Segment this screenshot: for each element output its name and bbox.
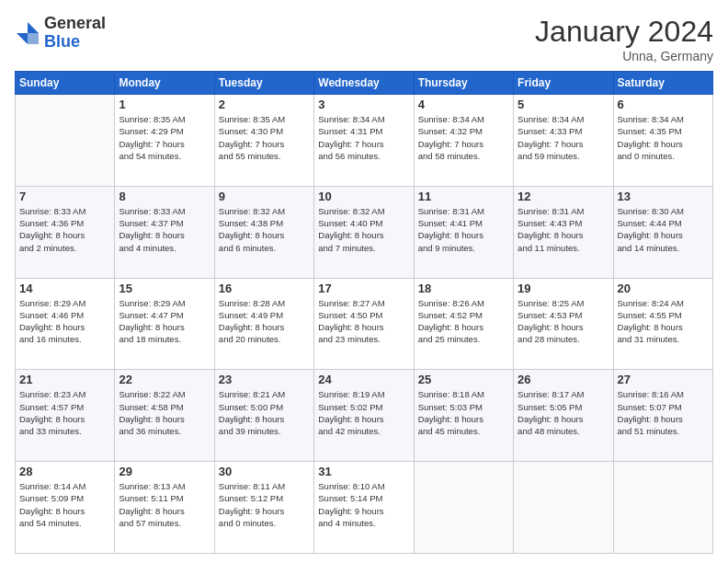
month-title: January 2024 — [535, 15, 713, 49]
day-number: 23 — [219, 373, 310, 386]
day-info: Sunrise: 8:25 AM Sunset: 4:53 PM Dayligh… — [518, 297, 609, 346]
weekday-header-wednesday: Wednesday — [314, 72, 414, 95]
day-info: Sunrise: 8:33 AM Sunset: 4:36 PM Dayligh… — [19, 205, 110, 254]
day-info: Sunrise: 8:32 AM Sunset: 4:38 PM Dayligh… — [219, 205, 310, 254]
day-info: Sunrise: 8:24 AM Sunset: 4:55 PM Dayligh… — [618, 297, 709, 346]
calendar-cell: 22Sunrise: 8:22 AM Sunset: 4:58 PM Dayli… — [115, 370, 214, 462]
day-info: Sunrise: 8:21 AM Sunset: 5:00 PM Dayligh… — [219, 388, 310, 437]
calendar-week-row: 7Sunrise: 8:33 AM Sunset: 4:36 PM Daylig… — [16, 186, 713, 278]
calendar-cell: 25Sunrise: 8:18 AM Sunset: 5:03 PM Dayli… — [414, 370, 513, 462]
day-info: Sunrise: 8:16 AM Sunset: 5:07 PM Dayligh… — [618, 388, 709, 437]
day-number: 25 — [418, 373, 509, 386]
day-info: Sunrise: 8:26 AM Sunset: 4:52 PM Dayligh… — [418, 297, 509, 346]
day-number: 18 — [418, 282, 509, 295]
day-info: Sunrise: 8:22 AM Sunset: 4:58 PM Dayligh… — [119, 388, 210, 437]
weekday-header-sunday: Sunday — [16, 72, 115, 95]
calendar-cell: 6Sunrise: 8:34 AM Sunset: 4:35 PM Daylig… — [613, 95, 712, 187]
day-info: Sunrise: 8:34 AM Sunset: 4:35 PM Dayligh… — [618, 113, 709, 162]
day-info: Sunrise: 8:31 AM Sunset: 4:43 PM Dayligh… — [518, 205, 609, 254]
calendar-week-row: 14Sunrise: 8:29 AM Sunset: 4:46 PM Dayli… — [16, 278, 713, 370]
weekday-header-friday: Friday — [514, 72, 613, 95]
header: General Blue January 2024 Unna, Germany — [15, 15, 713, 63]
calendar-cell: 10Sunrise: 8:32 AM Sunset: 4:40 PM Dayli… — [314, 186, 414, 278]
day-info: Sunrise: 8:29 AM Sunset: 4:46 PM Dayligh… — [19, 297, 110, 346]
calendar-cell: 8Sunrise: 8:33 AM Sunset: 4:37 PM Daylig… — [115, 186, 214, 278]
calendar-cell: 31Sunrise: 8:10 AM Sunset: 5:14 PM Dayli… — [314, 462, 414, 554]
day-number: 14 — [19, 282, 110, 295]
day-info: Sunrise: 8:29 AM Sunset: 4:47 PM Dayligh… — [119, 297, 210, 346]
day-info: Sunrise: 8:14 AM Sunset: 5:09 PM Dayligh… — [19, 480, 110, 529]
day-number: 4 — [418, 98, 509, 111]
day-info: Sunrise: 8:30 AM Sunset: 4:44 PM Dayligh… — [618, 205, 709, 254]
weekday-header-saturday: Saturday — [613, 72, 712, 95]
calendar-cell: 19Sunrise: 8:25 AM Sunset: 4:53 PM Dayli… — [514, 278, 613, 370]
day-info: Sunrise: 8:10 AM Sunset: 5:14 PM Dayligh… — [318, 480, 409, 529]
weekday-header-row: SundayMondayTuesdayWednesdayThursdayFrid… — [16, 72, 713, 95]
day-info: Sunrise: 8:34 AM Sunset: 4:32 PM Dayligh… — [418, 113, 509, 162]
day-number: 26 — [518, 373, 609, 386]
day-info: Sunrise: 8:31 AM Sunset: 4:41 PM Dayligh… — [418, 205, 509, 254]
day-info: Sunrise: 8:33 AM Sunset: 4:37 PM Dayligh… — [119, 205, 210, 254]
day-number: 24 — [318, 373, 409, 386]
calendar-week-row: 21Sunrise: 8:23 AM Sunset: 4:57 PM Dayli… — [16, 370, 713, 462]
calendar-table: SundayMondayTuesdayWednesdayThursdayFrid… — [15, 71, 713, 554]
calendar-cell: 12Sunrise: 8:31 AM Sunset: 4:43 PM Dayli… — [514, 186, 613, 278]
day-info: Sunrise: 8:17 AM Sunset: 5:05 PM Dayligh… — [518, 388, 609, 437]
calendar-cell — [414, 462, 513, 554]
day-number: 2 — [219, 98, 310, 111]
day-number: 21 — [19, 373, 110, 386]
day-info: Sunrise: 8:13 AM Sunset: 5:11 PM Dayligh… — [119, 480, 210, 529]
calendar-cell: 11Sunrise: 8:31 AM Sunset: 4:41 PM Dayli… — [414, 186, 513, 278]
calendar-cell: 1Sunrise: 8:35 AM Sunset: 4:29 PM Daylig… — [115, 95, 214, 187]
day-number: 16 — [219, 282, 310, 295]
calendar-cell: 21Sunrise: 8:23 AM Sunset: 4:57 PM Dayli… — [16, 370, 115, 462]
day-number: 3 — [318, 98, 409, 111]
day-number: 30 — [219, 465, 310, 478]
day-number: 9 — [219, 190, 310, 203]
calendar-cell: 9Sunrise: 8:32 AM Sunset: 4:38 PM Daylig… — [214, 186, 313, 278]
logo-icon — [15, 20, 40, 46]
day-info: Sunrise: 8:23 AM Sunset: 4:57 PM Dayligh… — [19, 388, 110, 437]
day-number: 7 — [19, 190, 110, 203]
day-number: 13 — [618, 190, 709, 203]
day-info: Sunrise: 8:11 AM Sunset: 5:12 PM Dayligh… — [219, 480, 310, 529]
day-number: 27 — [618, 373, 709, 386]
calendar-cell — [514, 462, 613, 554]
weekday-header-tuesday: Tuesday — [214, 72, 313, 95]
day-number: 29 — [119, 465, 210, 478]
calendar-cell — [16, 95, 115, 187]
calendar-week-row: 28Sunrise: 8:14 AM Sunset: 5:09 PM Dayli… — [16, 462, 713, 554]
day-info: Sunrise: 8:35 AM Sunset: 4:30 PM Dayligh… — [219, 113, 310, 162]
calendar-cell: 26Sunrise: 8:17 AM Sunset: 5:05 PM Dayli… — [514, 370, 613, 462]
day-number: 17 — [318, 282, 409, 295]
calendar-cell: 29Sunrise: 8:13 AM Sunset: 5:11 PM Dayli… — [115, 462, 214, 554]
day-number: 20 — [618, 282, 709, 295]
calendar-week-row: 1Sunrise: 8:35 AM Sunset: 4:29 PM Daylig… — [16, 95, 713, 187]
calendar-cell: 4Sunrise: 8:34 AM Sunset: 4:32 PM Daylig… — [414, 95, 513, 187]
calendar-cell: 13Sunrise: 8:30 AM Sunset: 4:44 PM Dayli… — [613, 186, 712, 278]
day-number: 28 — [19, 465, 110, 478]
day-info: Sunrise: 8:35 AM Sunset: 4:29 PM Dayligh… — [119, 113, 210, 162]
svg-marker-2 — [28, 33, 39, 44]
day-number: 5 — [518, 98, 609, 111]
calendar-cell: 16Sunrise: 8:28 AM Sunset: 4:49 PM Dayli… — [214, 278, 313, 370]
day-number: 15 — [119, 282, 210, 295]
day-number: 11 — [418, 190, 509, 203]
calendar-cell: 15Sunrise: 8:29 AM Sunset: 4:47 PM Dayli… — [115, 278, 214, 370]
page: General Blue January 2024 Unna, Germany … — [0, 0, 728, 563]
day-info: Sunrise: 8:34 AM Sunset: 4:31 PM Dayligh… — [318, 113, 409, 162]
logo-text: General Blue — [44, 15, 106, 52]
calendar-cell: 27Sunrise: 8:16 AM Sunset: 5:07 PM Dayli… — [613, 370, 712, 462]
calendar-cell: 30Sunrise: 8:11 AM Sunset: 5:12 PM Dayli… — [214, 462, 313, 554]
calendar-cell: 24Sunrise: 8:19 AM Sunset: 5:02 PM Dayli… — [314, 370, 414, 462]
day-info: Sunrise: 8:18 AM Sunset: 5:03 PM Dayligh… — [418, 388, 509, 437]
calendar-cell: 5Sunrise: 8:34 AM Sunset: 4:33 PM Daylig… — [514, 95, 613, 187]
day-number: 8 — [119, 190, 210, 203]
calendar-cell: 17Sunrise: 8:27 AM Sunset: 4:50 PM Dayli… — [314, 278, 414, 370]
day-info: Sunrise: 8:19 AM Sunset: 5:02 PM Dayligh… — [318, 388, 409, 437]
day-number: 22 — [119, 373, 210, 386]
calendar-cell: 23Sunrise: 8:21 AM Sunset: 5:00 PM Dayli… — [214, 370, 313, 462]
day-number: 19 — [518, 282, 609, 295]
title-area: January 2024 Unna, Germany — [535, 15, 713, 63]
day-info: Sunrise: 8:28 AM Sunset: 4:49 PM Dayligh… — [219, 297, 310, 346]
